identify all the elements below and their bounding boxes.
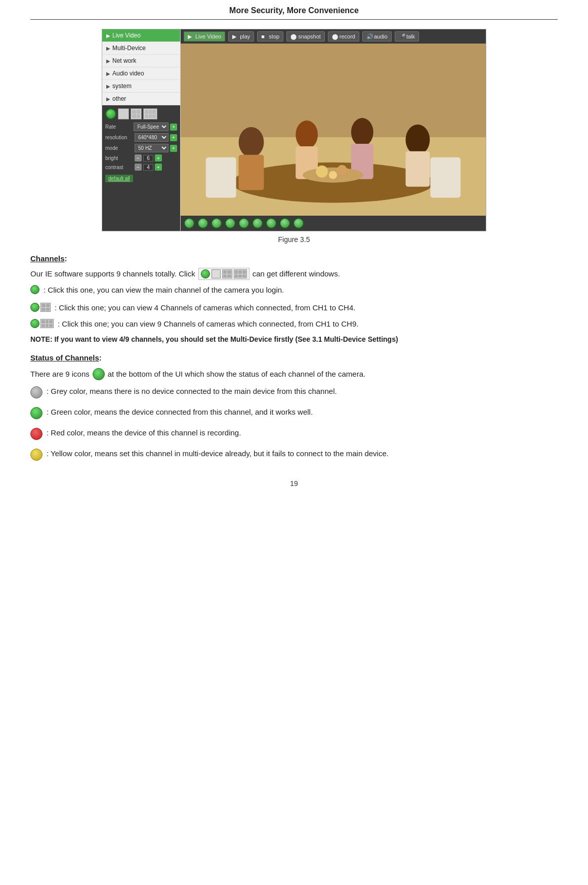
green-dot-icon xyxy=(30,303,39,312)
status-dot-4 xyxy=(225,218,236,229)
sidebar-item-other[interactable]: ▶ other xyxy=(102,93,180,105)
toolbar-play[interactable]: ▶ play xyxy=(228,31,254,42)
svg-point-17 xyxy=(337,165,347,175)
green-dot-icon xyxy=(30,319,39,328)
ch-grid2 xyxy=(131,108,142,119)
ui-toolbar: ▶ Live Video ▶ play ■ stop ⬤ snapshot ⬤ xyxy=(181,29,486,44)
svg-rect-8 xyxy=(239,155,264,190)
rate-plus[interactable]: + xyxy=(170,124,177,131)
status-red-text: : Red color, means the device of this ch… xyxy=(47,427,241,439)
channels-intro-text: Our IE software supports 9 channels tota… xyxy=(30,268,195,280)
sidebar-item-multi-device[interactable]: ▶ Multi-Device xyxy=(102,42,180,55)
sidebar-label: Multi-Device xyxy=(112,45,146,52)
status-grey-text: : Grey color, means there is no device c… xyxy=(47,385,337,397)
ctrl-resolution-row: resolution 640*480 + xyxy=(105,133,177,142)
sidebar-label: other xyxy=(112,95,126,102)
bright-plus[interactable]: + xyxy=(155,154,162,162)
audio-icon: 🔊 xyxy=(366,33,372,39)
status-intro-icon xyxy=(93,368,105,380)
ctrl-contrast-row: contrast − 4 + xyxy=(105,164,177,171)
resolution-select[interactable]: 640*480 xyxy=(135,133,169,142)
note-text: NOTE: If you want to view 4/9 channels, … xyxy=(30,334,558,345)
status-dot-9 xyxy=(293,218,304,229)
page-number: 19 xyxy=(30,479,558,488)
channel-icon-1 xyxy=(30,285,39,298)
ui-main: ▶ Live Video ▶ play ■ stop ⬤ snapshot ⬤ xyxy=(181,29,486,231)
channel-item-1: : Click this one, you can view the main … xyxy=(30,284,558,298)
status-dot-1 xyxy=(184,218,195,229)
status-dot-2 xyxy=(197,218,208,229)
ui-status-bar xyxy=(181,216,486,231)
sidebar-item-system[interactable]: ▶ system xyxy=(102,80,180,93)
status-item-green: : Green color, means the device connecte… xyxy=(30,406,558,423)
status-green-text: : Green color, means the device connecte… xyxy=(47,406,313,418)
ch-box-single xyxy=(118,108,129,119)
ui-sidebar: ▶ Live Video ▶ Multi-Device ▶ Net work ▶… xyxy=(102,29,181,231)
figure-container: ▶ Live Video ▶ Multi-Device ▶ Net work ▶… xyxy=(30,29,558,244)
status-dot-8 xyxy=(279,218,290,229)
toolbar-btn-label: play xyxy=(240,33,250,39)
figure-caption: Figure 3.5 xyxy=(278,235,310,244)
stop-icon: ■ xyxy=(261,33,267,39)
green-dot-icon xyxy=(30,407,43,423)
play-icon: ▶ xyxy=(188,33,194,39)
toolbar-talk[interactable]: 🎤 talk xyxy=(395,31,419,42)
rate-label: Rate xyxy=(105,124,132,130)
toolbar-snapshot[interactable]: ⬤ snapshot xyxy=(286,31,325,42)
ctrl-rate-row: Rate Full-Spee + xyxy=(105,123,177,131)
sidebar-item-audio-video[interactable]: ▶ Audio video xyxy=(102,67,180,80)
svg-point-16 xyxy=(316,166,328,178)
mode-select[interactable]: 50 HZ xyxy=(135,144,169,152)
toolbar-btn-label: record xyxy=(340,33,355,39)
ch-grid2-small xyxy=(222,269,232,278)
green-status-dot xyxy=(30,407,43,419)
channel-icons-group xyxy=(198,268,249,280)
mode-plus[interactable]: + xyxy=(170,145,177,152)
svg-point-7 xyxy=(239,127,264,157)
sidebar-label: system xyxy=(112,83,132,90)
status-dot-6 xyxy=(252,218,263,229)
toolbar-btn-label: snapshot xyxy=(298,33,321,39)
arrow-icon: ▶ xyxy=(106,33,110,38)
sidebar-item-network[interactable]: ▶ Net work xyxy=(102,55,180,67)
svg-rect-1 xyxy=(181,44,486,137)
arrow-icon: ▶ xyxy=(106,96,110,102)
svg-point-11 xyxy=(351,118,373,146)
channel-item-2: : Click this one; you can view 4 Channel… xyxy=(30,302,558,314)
ctrl-mode-row: mode 50 HZ + xyxy=(105,144,177,152)
toolbar-record[interactable]: ⬤ record xyxy=(328,31,359,42)
status-title: Status of Channels: xyxy=(30,352,558,364)
status-item-red: : Red color, means the device of this ch… xyxy=(30,427,558,444)
arrow-icon: ▶ xyxy=(106,58,110,64)
rate-select[interactable]: Full-Spee xyxy=(134,123,169,131)
resolution-plus[interactable]: + xyxy=(170,134,177,141)
status-intro-end-text: at the bottom of the UI which show the s… xyxy=(108,368,365,380)
grey-status-dot xyxy=(30,386,43,398)
svg-point-13 xyxy=(406,125,430,155)
ch-grid3-small xyxy=(234,269,247,278)
bright-value: 6 xyxy=(143,155,153,162)
svg-rect-6 xyxy=(430,157,460,198)
status-intro-row: There are 9 icons at the bottom of the U… xyxy=(30,368,558,380)
contrast-minus[interactable]: − xyxy=(135,164,142,171)
play-small-icon: ▶ xyxy=(232,33,238,39)
status-dot-5 xyxy=(238,218,249,229)
status-intro-text: There are 9 icons xyxy=(30,368,90,380)
record-icon: ⬤ xyxy=(332,33,338,39)
channel-item-text-1: : Click this one, you can view the main … xyxy=(44,284,284,296)
scene-overlay xyxy=(181,44,486,216)
sidebar-item-live-video[interactable]: ▶ Live Video xyxy=(102,29,180,42)
yellow-status-dot xyxy=(30,449,43,461)
status-item-yellow: : Yellow color, means set this channel i… xyxy=(30,448,558,464)
arrow-icon: ▶ xyxy=(106,46,110,51)
grey-dot-icon xyxy=(30,386,43,402)
status-section: Status of Channels: There are 9 icons at… xyxy=(30,352,558,464)
snapshot-icon: ⬤ xyxy=(290,33,297,39)
toolbar-stop[interactable]: ■ stop xyxy=(257,31,283,42)
toolbar-audio[interactable]: 🔊 audio xyxy=(362,31,392,42)
contrast-plus[interactable]: + xyxy=(155,164,162,171)
default-all-button[interactable]: default all xyxy=(105,175,133,182)
bright-minus[interactable]: − xyxy=(135,154,142,162)
toolbar-live-video[interactable]: ▶ Live Video xyxy=(184,31,225,42)
channel-icon-3 xyxy=(30,319,54,328)
